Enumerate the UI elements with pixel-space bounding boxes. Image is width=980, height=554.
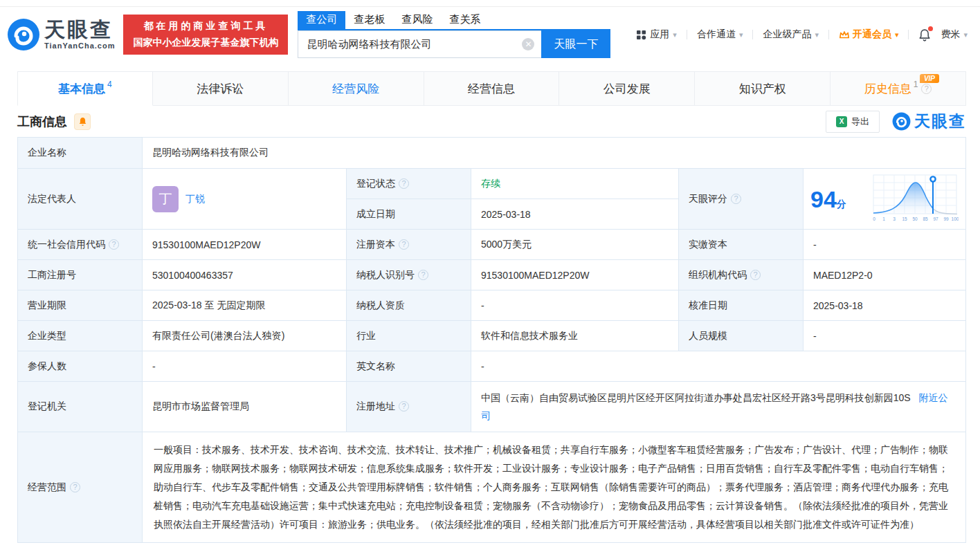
score-number: 94分 [810, 187, 846, 211]
svg-text:97: 97 [933, 216, 938, 221]
tab-legal-litigation[interactable]: 法律诉讼 [153, 71, 289, 106]
tianyancha-swirl-icon [7, 18, 40, 51]
field-label-company-type: 企业类型 [18, 321, 143, 351]
org-code-help-icon[interactable] [750, 270, 761, 280]
field-label-approval-date: 核准日期 [679, 290, 804, 321]
nav-open-vip[interactable]: 开通会员 [836, 28, 902, 41]
nav-user[interactable]: 费米 [938, 28, 970, 41]
field-label-legal-rep: 法定代表人 [18, 169, 143, 230]
nav-vip-label: 开通会员 [853, 28, 891, 41]
field-value-paid-capital: - [804, 230, 966, 260]
excel-icon [836, 116, 847, 127]
score-label: 天眼评分 [689, 193, 727, 204]
notifications-bell-icon[interactable] [918, 28, 931, 41]
tianyancha-watermark: 天眼查 [892, 111, 966, 132]
field-label-reg-status: 登记状态 [347, 169, 471, 199]
svg-text:0: 0 [873, 216, 875, 221]
table-row: 企业名称 昆明哈动网络科技有限公司 [18, 138, 966, 169]
business-scope-help-icon[interactable] [70, 482, 80, 492]
field-label-insured-count: 参保人数 [18, 351, 143, 382]
table-row: 工商注册号 530100400463357 纳税人识别号 91530100MAE… [18, 260, 966, 290]
slogan-line2: 国家中小企业发展子基金旗下机构 [133, 35, 278, 51]
field-value-insured-count: - [143, 351, 347, 382]
svg-text:85: 85 [923, 216, 928, 221]
search-input[interactable] [298, 30, 541, 58]
tianyancha-logo[interactable]: 天眼查 TianYanCha.com [7, 18, 115, 51]
business-info-table: 企业名称 昆明哈动网络科技有限公司 法定代表人 丁 丁锐 登记状态 存续 天眼评… [17, 137, 966, 543]
nav-divider [752, 30, 753, 39]
watermark-brand-name: 天眼查 [914, 111, 966, 132]
nav-user-label: 费米 [941, 28, 960, 41]
search-tab-relation[interactable]: 查关系 [441, 11, 489, 29]
search-tab-company[interactable]: 查公司 [298, 11, 345, 29]
orange-bell-icon [78, 117, 87, 127]
crown-icon [839, 30, 850, 39]
export-button[interactable]: 导出 [826, 111, 880, 133]
search-tab-risk[interactable]: 查风险 [393, 11, 441, 29]
field-value-score: 94分 [804, 169, 966, 230]
search-button[interactable]: 天眼一下 [541, 30, 610, 58]
org-code-label: 组织机构代码 [689, 269, 747, 280]
tab-basic-info[interactable]: 基本信息 4 [17, 71, 153, 106]
nav-enterprise[interactable]: 企业级产品 [760, 28, 822, 41]
apps-grid-icon [636, 30, 646, 40]
brand-slogan-banner: 都在用的商业查询工具 国家中小企业发展子基金旗下机构 [123, 15, 288, 55]
svg-text:1: 1 [882, 216, 885, 221]
field-value-reg-status: 存续 [471, 169, 679, 199]
reg-status-help-icon[interactable] [399, 178, 409, 189]
score-help-icon[interactable] [731, 194, 741, 204]
field-label-english-name: 英文名称 [347, 351, 471, 382]
field-value-business-scope: 一般项目：技术服务、技术开发、技术咨询、技术交流、技术转让、技术推广；机械设备租… [143, 432, 966, 543]
site-header: 天眼查 TianYanCha.com 都在用的商业查询工具 国家中小企业发展子基… [0, 7, 980, 62]
tab-history-info-count: 1 [914, 80, 918, 89]
field-value-industry: 软件和信息技术服务业 [471, 321, 679, 351]
field-value-company-type: 有限责任公司(港澳台法人独资) [143, 321, 347, 351]
tab-company-development[interactable]: 公司发展 [559, 71, 695, 106]
reg-capital-help-icon[interactable] [399, 239, 409, 250]
nav-apps[interactable]: 应用 [633, 28, 680, 41]
svg-text:100: 100 [952, 216, 959, 221]
nav-partner-label: 合作通道 [697, 28, 736, 41]
field-value-english-name: - [471, 351, 966, 382]
search-area: 查公司 查老板 查风险 查关系 天眼一下 [298, 11, 610, 58]
history-help-icon[interactable] [921, 84, 932, 94]
field-label-company-name: 企业名称 [18, 138, 143, 169]
legal-rep-link[interactable]: 丁锐 [185, 193, 205, 205]
table-row: 登记机关 昆明市市场监督管理局 注册地址 中国（云南）自由贸易试验区昆明片区经开… [18, 382, 966, 432]
credit-code-help-icon[interactable] [109, 239, 119, 250]
field-label-paid-capital: 实缴资本 [679, 230, 804, 260]
tab-basic-info-count: 4 [107, 80, 112, 89]
field-value-reg-authority: 昆明市市场监督管理局 [143, 382, 347, 432]
nav-apps-label: 应用 [650, 28, 669, 41]
field-label-org-code: 组织机构代码 [679, 260, 804, 290]
field-label-establish-date: 成立日期 [347, 199, 471, 230]
logo-text: 天眼查 TianYanCha.com [44, 19, 115, 50]
tab-history-info[interactable]: VIP 历史信息 1 [831, 71, 966, 106]
tab-company-development-label: 公司发展 [604, 81, 651, 97]
section-title: 工商信息 [17, 113, 67, 130]
field-label-business-scope: 经营范围 [18, 432, 143, 543]
legal-rep-avatar[interactable]: 丁 [152, 186, 179, 212]
field-label-score: 天眼评分 [679, 169, 804, 230]
field-label-reg-address: 注册地址 [347, 382, 471, 432]
tab-basic-info-label: 基本信息 [58, 81, 105, 97]
monitor-bell-button[interactable] [74, 113, 91, 130]
score-distribution-chart: 0 1 3 15 50 85 97 99 100 [872, 174, 959, 225]
field-value-establish-date: 2025-03-18 [471, 199, 679, 230]
tab-operation-risk[interactable]: 经营风险 [289, 71, 424, 106]
search-box [298, 30, 541, 58]
search-tab-boss[interactable]: 查老板 [345, 11, 393, 29]
business-info-section-bar: 工商信息 导出 天眼查 [17, 106, 966, 137]
tab-operation-info-label: 经营信息 [468, 81, 515, 97]
tab-intellectual-property[interactable]: 知识产权 [695, 71, 831, 106]
reg-address-help-icon[interactable] [399, 401, 409, 412]
field-label-reg-number: 工商注册号 [18, 260, 143, 290]
svg-text:99: 99 [943, 216, 949, 221]
taxpayer-id-help-icon[interactable] [418, 270, 428, 280]
top-nav: 应用 合作通道 企业级产品 开通会员 费米 [633, 28, 970, 41]
svg-text:3: 3 [893, 216, 896, 221]
nav-partner[interactable]: 合作通道 [694, 28, 746, 41]
tab-operation-info[interactable]: 经营信息 [424, 71, 560, 106]
field-value-reg-number: 530100400463357 [143, 260, 347, 290]
nav-enterprise-label: 企业级产品 [763, 28, 811, 41]
